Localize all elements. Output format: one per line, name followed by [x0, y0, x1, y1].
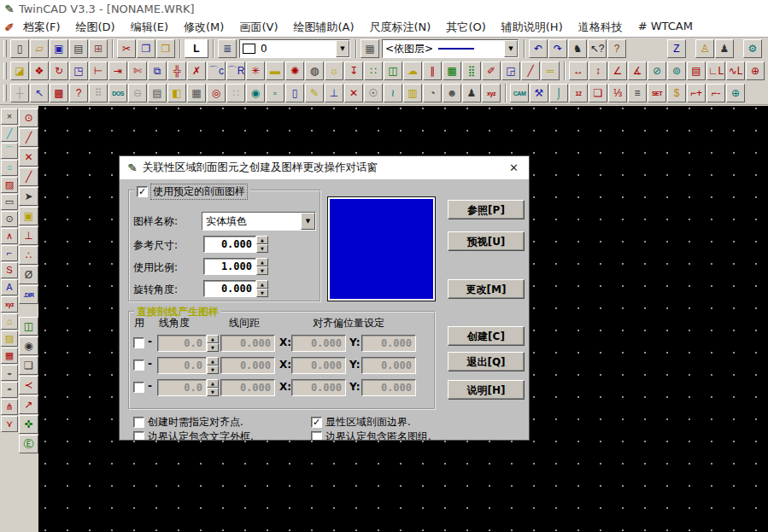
dollar-icon[interactable]: $ — [667, 84, 686, 102]
close-icon[interactable]: ✕ — [507, 161, 521, 174]
rotate-angle-field[interactable]: 0.000 — [203, 280, 256, 297]
arc2-icon[interactable]: ⌐ — [1, 245, 18, 261]
dim-angle-a-icon[interactable]: ∡ — [628, 61, 647, 80]
spear-icon[interactable]: ≺ — [19, 376, 38, 395]
corner-minus-icon[interactable]: ⌐- — [706, 84, 725, 102]
menu-item-wtcam[interactable]: # WTCAM — [630, 17, 701, 38]
plot-setup-icon[interactable]: ⊞ — [89, 39, 108, 58]
use-pattern-checkbox[interactable]: ✓ — [137, 186, 148, 197]
array-cross-icon[interactable]: ╬ — [167, 61, 186, 80]
tools-icon[interactable]: ⚒ — [530, 84, 548, 102]
explode-icon[interactable]: ✳ — [246, 61, 265, 80]
spin-up-icon[interactable]: ▲ — [256, 280, 268, 289]
dir-button[interactable]: .DIR — [19, 285, 38, 304]
pencil-icon[interactable]: ✎ — [305, 84, 324, 102]
pot-icon[interactable]: ◓ — [1, 382, 18, 398]
leader-l-icon[interactable]: ∟L — [706, 61, 725, 80]
copy-object-icon[interactable]: ⧉ — [148, 61, 167, 80]
redraw-bird-icon[interactable]: ♞ — [568, 39, 587, 58]
menu-item-view[interactable]: 画面(V) — [232, 17, 285, 38]
spin-up-icon[interactable]: ▲ — [256, 236, 268, 244]
ghost-circle-icon[interactable]: ⊖ — [128, 84, 147, 102]
delete-icon[interactable]: ✗ — [187, 61, 206, 80]
poly-yellow-icon[interactable]: ⌂ — [1, 313, 18, 330]
break-icon[interactable]: ✄ — [128, 61, 147, 80]
matrix-icon[interactable]: ▦ — [443, 61, 461, 80]
menu-item-draw-aid[interactable]: 绘图辅助(A) — [285, 17, 361, 38]
measure-line-icon[interactable]: ╱ — [521, 61, 540, 80]
calc-grid-icon[interactable]: ▦ — [187, 84, 206, 102]
tree-red-icon[interactable]: ⋔ — [1, 399, 18, 415]
dim-angle-icon[interactable]: ∠ — [608, 61, 627, 80]
dot-array-icon[interactable]: ⣿ — [462, 61, 481, 80]
dim-hatch-icon[interactable]: ▤ — [687, 61, 706, 80]
box-point-icon[interactable]: ▣ — [19, 207, 38, 225]
option-visible-boundary-checkbox[interactable]: ✓ — [311, 417, 322, 428]
menu-item-help[interactable]: 辅助说明(H) — [494, 17, 571, 38]
pattern-name-combo[interactable]: 实体填色 ▼ — [202, 212, 316, 231]
cylinder-icon[interactable]: ◫ — [19, 317, 38, 336]
corner-plus-icon[interactable]: ⌐+ — [687, 84, 706, 102]
spin-up-icon[interactable]: ▲ — [207, 379, 219, 388]
key12-icon[interactable]: 12 — [569, 84, 588, 102]
snap-arrow-icon[interactable]: ➤ — [19, 187, 38, 206]
ref-size-field[interactable]: 0.000 — [203, 236, 256, 253]
dialog-title-bar[interactable]: ✎ 关联性区域剖面图元之创建及图样更改操作对话窗 ✕ — [120, 156, 529, 179]
fillet-c-icon[interactable]: ⌒c — [207, 61, 226, 80]
perpendicular-icon[interactable]: ⊥ — [19, 226, 38, 245]
segment-icon[interactable]: ╱ — [19, 167, 38, 186]
hook-icon[interactable]: ⌡ — [549, 84, 568, 102]
tree-circle-icon[interactable]: ⋎ — [1, 416, 18, 432]
spline-icon[interactable]: S — [1, 262, 18, 278]
line-endpoints-icon[interactable]: ╱ — [19, 128, 38, 147]
redo-icon[interactable]: ↷ — [548, 39, 567, 58]
walk-person-icon[interactable]: ♟ — [715, 39, 734, 58]
create-button[interactable]: 创建[C] — [448, 326, 525, 346]
rectangle-icon[interactable]: ▭ — [1, 194, 18, 210]
spin-up-icon[interactable]: ▲ — [256, 258, 268, 266]
context-help-icon[interactable]: ↖? — [588, 39, 607, 58]
spin-down-icon[interactable]: ▼ — [256, 289, 268, 297]
help-icon[interactable]: ? — [607, 39, 626, 58]
circle-center-icon[interactable]: ⊙ — [1, 211, 18, 227]
toolbar-grip[interactable] — [3, 85, 7, 102]
new-file-icon[interactable]: ▯ — [10, 39, 29, 58]
walker-icon[interactable]: ♟ — [462, 84, 481, 102]
polyline-icon[interactable]: ∧ — [1, 228, 18, 244]
fillet-r-icon[interactable]: ⌒R — [226, 61, 245, 80]
doc-blue-icon[interactable]: ▯ — [285, 84, 304, 102]
eraser-icon[interactable]: ◪ — [10, 61, 29, 80]
menu-item-draw[interactable]: 绘图(D) — [68, 17, 123, 38]
brush-icon[interactable]: ≀ — [384, 84, 402, 102]
option-anonymous-group-checkbox[interactable] — [311, 431, 322, 441]
hatch-style-icon[interactable]: ▦ — [361, 39, 379, 58]
cut-icon[interactable]: ✂ — [117, 39, 136, 58]
use-scale-field[interactable]: 1.000 — [203, 258, 256, 275]
menu-item-edit[interactable]: 编辑(E) — [123, 17, 176, 38]
zoom-lens-icon[interactable]: ◉ — [246, 84, 265, 102]
spin-up-icon[interactable]: ▲ — [207, 357, 219, 365]
print-icon[interactable]: ▤ — [69, 39, 88, 58]
insert-down-icon[interactable]: ↧ — [344, 61, 363, 80]
reference-button[interactable]: 参照[P] — [448, 200, 525, 219]
undo-icon[interactable]: ↶ — [529, 39, 548, 58]
hatch-delete-icon[interactable]: ▨ — [1, 177, 18, 193]
parallel-icon[interactable]: ∥ — [423, 61, 442, 80]
select-box-icon[interactable]: ◲ — [501, 61, 520, 80]
text-doc-icon[interactable]: ▤ — [148, 84, 167, 102]
leader-curve-icon[interactable]: ∿L — [726, 61, 745, 80]
line2-use-checkbox[interactable] — [133, 360, 144, 371]
spray-icon[interactable]: ✐ — [482, 61, 501, 80]
save-icon[interactable]: ▣ — [50, 39, 68, 58]
spin-down-icon[interactable]: ▼ — [256, 266, 268, 275]
option-text-frame-checkbox[interactable] — [133, 431, 144, 441]
hatch-red-icon[interactable]: ▦ — [1, 348, 18, 364]
menu-item-file[interactable]: 档案(F) — [15, 17, 68, 38]
burst-icon[interactable]: ✺ — [285, 61, 304, 80]
spin-down-icon[interactable]: ▼ — [207, 365, 219, 374]
snap-point-icon[interactable]: ↖ — [30, 84, 49, 102]
menu-item-dimension[interactable]: 尺度标注(N) — [362, 17, 439, 38]
mirror-icon[interactable]: ◫ — [384, 61, 402, 80]
ink-pot-icon[interactable]: ◍ — [305, 61, 324, 80]
help-button[interactable]: 说明[H] — [448, 380, 525, 400]
